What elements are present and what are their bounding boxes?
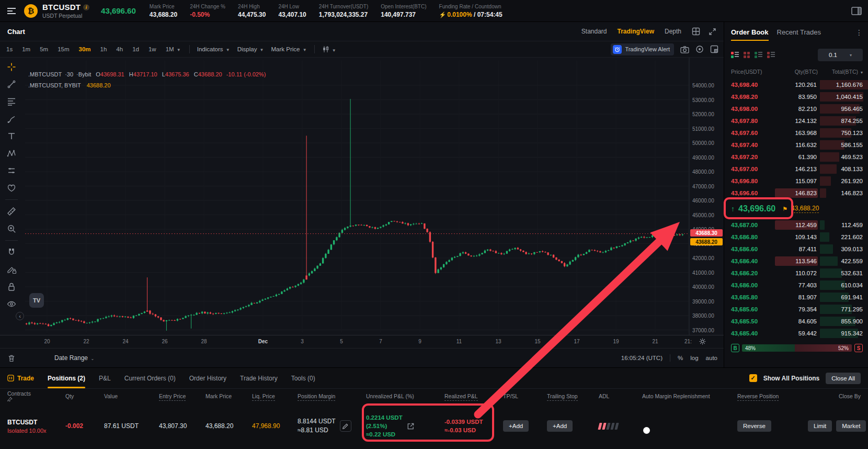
- scroll-left-icon[interactable]: ‹: [16, 312, 24, 320]
- ob-qty: 112.459: [775, 220, 818, 230]
- tool-magnet-icon[interactable]: [5, 246, 18, 259]
- close-limit-button[interactable]: Limit: [808, 420, 832, 432]
- tool-lock-all-icon[interactable]: [5, 280, 18, 293]
- timeframe-1w[interactable]: 1w: [147, 45, 157, 53]
- tab-current-orders-0-[interactable]: Current Orders (0): [124, 368, 176, 388]
- bid-row[interactable]: 43,685.8081.907691.941: [724, 291, 868, 303]
- panel-toggle-icon[interactable]: [851, 6, 862, 16]
- camera-snapshot-icon[interactable]: [680, 46, 689, 53]
- date-range-dropdown[interactable]: Date Range ⌄: [54, 354, 94, 362]
- precision-select[interactable]: 0.1▾: [818, 49, 863, 61]
- timeframe-1d[interactable]: 1d: [131, 45, 140, 53]
- menu-display[interactable]: Display ▼: [237, 46, 264, 52]
- view-tab-standard[interactable]: Standard: [581, 28, 607, 35]
- close-market-button[interactable]: Market: [836, 420, 866, 432]
- bid-row[interactable]: 43,685.6079.354771.295: [724, 303, 868, 315]
- tool-zoom-in-icon[interactable]: [5, 222, 18, 235]
- candlestick-chart[interactable]: [0, 58, 724, 335]
- scale-log-toggle[interactable]: log: [690, 355, 698, 361]
- tool-forecast-icon[interactable]: [5, 164, 18, 177]
- tool-ruler-icon[interactable]: [5, 205, 18, 218]
- tool-fib-retracement-icon[interactable]: [5, 95, 18, 108]
- bid-row[interactable]: 43,685.5084.605855.900: [724, 315, 868, 327]
- bid-row[interactable]: 43,685.4059.442915.342: [724, 327, 868, 339]
- order-book-mark-price[interactable]: 43,688.20: [791, 205, 819, 213]
- timeframe-15m[interactable]: 15m: [56, 45, 70, 53]
- ask-row[interactable]: 43,697.00146.213408.133: [724, 163, 868, 175]
- tool-xabcd-pattern-icon[interactable]: [5, 147, 18, 160]
- trash-icon[interactable]: [7, 354, 16, 363]
- timeframe-1M[interactable]: 1M ▼: [165, 45, 182, 53]
- bid-row[interactable]: 43,686.20110.072532.631: [724, 267, 868, 279]
- reverse-button[interactable]: Reverse: [737, 420, 771, 432]
- share-pnl-icon[interactable]: [407, 422, 415, 430]
- tool-drawing-lock-icon[interactable]: [5, 263, 18, 276]
- timeframe-1s[interactable]: 1s: [5, 45, 14, 53]
- timeframe-4h[interactable]: 4h: [115, 45, 124, 53]
- show-all-positions-checkbox[interactable]: ✓: [749, 374, 757, 382]
- ask-row[interactable]: 43,696.80115.097261.920: [724, 175, 868, 187]
- tool-text-icon[interactable]: [5, 130, 18, 142]
- ob-mode-bids-icon[interactable]: [755, 52, 762, 58]
- ask-row[interactable]: 43,697.40116.632586.155: [724, 139, 868, 151]
- scale-percent-toggle[interactable]: %: [678, 355, 683, 361]
- hamburger-menu-icon[interactable]: [6, 7, 17, 15]
- tab-order-book[interactable]: Order Book: [731, 28, 769, 41]
- tab-positions-2-[interactable]: Positions (2): [48, 368, 85, 388]
- scale-auto-toggle[interactable]: auto: [706, 355, 717, 361]
- menu-indicators[interactable]: Indicators ▼: [197, 46, 230, 52]
- grid-layout-icon[interactable]: [692, 27, 700, 36]
- tpsl-add-button[interactable]: +Add: [503, 420, 529, 432]
- target-icon[interactable]: [695, 45, 704, 53]
- info-icon[interactable]: i: [83, 4, 89, 10]
- menu-mark-price[interactable]: Mark Price ▼: [271, 46, 307, 52]
- ask-row[interactable]: 43,698.40120.2611,160.676: [724, 78, 868, 91]
- layout-screenshot-icon[interactable]: [710, 45, 718, 53]
- total-unit-caret[interactable]: ▾: [861, 70, 863, 75]
- ask-row[interactable]: 43,697.60163.968750.123: [724, 127, 868, 139]
- time-axis[interactable]: 2022242628Dec357911131517192121:: [0, 335, 724, 349]
- view-tab-tradingview[interactable]: TradingView: [618, 28, 654, 35]
- bid-row[interactable]: 43,687.00112.459112.459: [724, 219, 868, 231]
- tab-tools-0-[interactable]: Tools (0): [291, 368, 315, 388]
- ask-row[interactable]: 43,697.80124.132874.255: [724, 115, 868, 127]
- tab-order-history[interactable]: Order History: [189, 368, 226, 388]
- ask-row[interactable]: 43,696.60146.823146.823: [724, 187, 868, 199]
- tool-hide-all-icon[interactable]: [5, 298, 18, 310]
- ask-row[interactable]: 43,698.2083.9501,040.415: [724, 91, 868, 103]
- tab-p-l[interactable]: P&L: [99, 368, 111, 388]
- candle-style-dropdown[interactable]: ▼: [322, 46, 336, 53]
- timeframe-30m[interactable]: 30m: [78, 45, 92, 53]
- ask-row[interactable]: 43,697.2061.390469.523: [724, 151, 868, 163]
- ask-row[interactable]: 43,698.0082.210956.465: [724, 103, 868, 115]
- chart-plot-area[interactable]: .MBTCUSDT·30·Bybit O43698.31 H43717.10 L…: [0, 58, 724, 335]
- kebab-menu-icon[interactable]: ⋮: [855, 28, 863, 37]
- edit-margin-icon[interactable]: [340, 420, 351, 432]
- timeframe-1m[interactable]: 1m: [21, 45, 31, 53]
- bid-row[interactable]: 43,686.40113.546422.559: [724, 255, 868, 267]
- tool-favorites-heart-icon[interactable]: [5, 182, 18, 194]
- bid-row[interactable]: 43,686.6087.411309.013: [724, 243, 868, 255]
- tool-brush-icon[interactable]: [5, 113, 18, 125]
- timeframe-5m[interactable]: 5m: [39, 45, 49, 53]
- cell-contracts[interactable]: BTCUSDT Isolated 10.00x: [7, 419, 65, 434]
- bid-row[interactable]: 43,686.0077.403610.034: [724, 279, 868, 291]
- view-tab-depth[interactable]: Depth: [665, 28, 681, 35]
- axis-settings-gear-icon[interactable]: [699, 338, 706, 345]
- fullscreen-icon[interactable]: [709, 28, 716, 36]
- trailing-stop-add-button[interactable]: +Add: [547, 420, 573, 432]
- bid-row[interactable]: 43,686.80109.143221.602: [724, 231, 868, 243]
- tab-trade-history[interactable]: Trade History: [240, 368, 278, 388]
- tool-crosshair-icon[interactable]: [5, 61, 18, 73]
- tradingview-alert-button[interactable]: TradingView Alert: [611, 43, 674, 55]
- last-traded-price-row[interactable]: ↑ 43,696.60 ⚑ 43,688.20: [724, 199, 868, 219]
- ob-mode-grid-icon[interactable]: [744, 52, 750, 58]
- symbol-block[interactable]: BTCUSDT i USDT Perpetual: [42, 3, 89, 19]
- tool-trendline-icon[interactable]: [5, 78, 18, 91]
- tab-trade[interactable]: Trade: [7, 368, 34, 388]
- close-all-button[interactable]: Close All: [826, 373, 861, 384]
- timeframe-1h[interactable]: 1h: [99, 45, 108, 53]
- ob-mode-asks-icon[interactable]: [767, 52, 775, 58]
- ob-mode-both-icon[interactable]: [731, 52, 739, 58]
- tab-recent-trades[interactable]: Recent Trades: [777, 28, 821, 40]
